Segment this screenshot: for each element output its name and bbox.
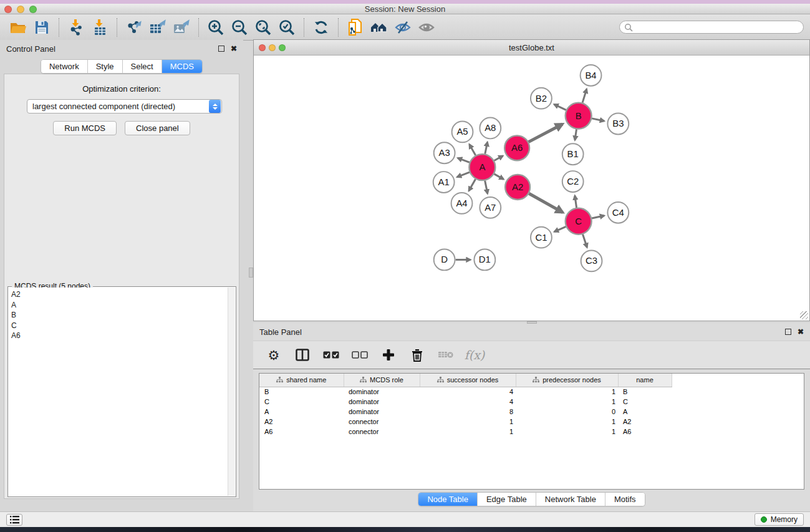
close-panel-icon[interactable]: ✖: [231, 46, 237, 52]
graph-edge-B-B1[interactable]: [575, 129, 577, 140]
result-item[interactable]: A: [11, 300, 228, 311]
column-header-successor-nodes[interactable]: successor nodes: [420, 374, 516, 387]
graph-edge-C-C2[interactable]: [575, 196, 577, 208]
graph-edge-A2-C[interactable]: [529, 193, 562, 212]
column-header-mcds-role[interactable]: MCDS role: [344, 374, 420, 387]
network-canvas[interactable]: AA6A2BCA5A8A3A1A4A7B4B2B3B1C2C4C1C3DD1: [254, 56, 809, 321]
network-graph[interactable]: AA6A2BCA5A8A3A1A4A7B4B2B3B1C2C4C1C3DD1: [254, 56, 809, 321]
toolbar-separator: [198, 18, 199, 37]
mcds-tab-content: Optimization criterion: largest connecte…: [4, 74, 239, 499]
import-table-button[interactable]: [88, 17, 112, 38]
graph-edge-C-C4[interactable]: [592, 216, 604, 218]
run-mcds-button[interactable]: Run MCDS: [53, 121, 117, 135]
export-network-button[interactable]: [122, 17, 146, 38]
create-column-button[interactable]: [378, 344, 399, 365]
hide-selected-button[interactable]: [391, 17, 415, 38]
graph-edge-C-C1[interactable]: [554, 226, 566, 231]
tab-network[interactable]: Network: [41, 60, 88, 73]
select-all-columns-button[interactable]: [321, 344, 342, 365]
open-session-button[interactable]: [6, 17, 30, 38]
delete-table-button[interactable]: [435, 344, 456, 365]
window-resize-grip[interactable]: [800, 311, 808, 319]
mcds-result-list[interactable]: A2ABCA6: [9, 288, 228, 496]
show-task-history-button[interactable]: [6, 514, 22, 526]
result-item[interactable]: C: [11, 321, 228, 331]
control-panel-title: Control Panel: [6, 44, 55, 54]
graph-edge-A-A1[interactable]: [457, 172, 470, 177]
zoom-selected-button[interactable]: [275, 17, 299, 38]
vertical-splitter-handle[interactable]: [249, 268, 253, 278]
tab-mcds[interactable]: MCDS: [162, 60, 202, 73]
optimization-criterion-select[interactable]: largest connected component (directed): [27, 99, 222, 114]
network-minimize-button[interactable]: [269, 44, 276, 51]
graph-edge-A6-B[interactable]: [529, 124, 562, 142]
graph-edge-B-B3[interactable]: [592, 118, 604, 121]
close-window-button[interactable]: [4, 6, 12, 13]
graph-edge-A-A6[interactable]: [494, 156, 503, 161]
result-item[interactable]: A2: [11, 289, 228, 300]
delete-columns-button[interactable]: [407, 344, 428, 365]
export-image-button[interactable]: [170, 17, 193, 38]
zoom-in-button[interactable]: [204, 17, 228, 38]
export-table-button[interactable]: [146, 17, 170, 38]
tab-style[interactable]: Style: [88, 60, 123, 73]
search-input[interactable]: [633, 22, 803, 32]
graph-edge-A-A8[interactable]: [485, 142, 488, 154]
zoom-fit-button[interactable]: [251, 17, 275, 38]
minimize-window-button[interactable]: [17, 6, 24, 13]
table-row[interactable]: A2connector11A2: [259, 417, 679, 427]
memory-button[interactable]: Memory: [755, 513, 804, 526]
delete-table-icon: [438, 351, 454, 359]
graph-node-label-A: A: [479, 162, 485, 172]
show-column-button[interactable]: [292, 344, 313, 365]
graph-edge-A-A5[interactable]: [470, 144, 476, 155]
result-item[interactable]: B: [11, 310, 228, 321]
tab-select[interactable]: Select: [123, 60, 162, 73]
tab-motifs[interactable]: Motifs: [605, 493, 645, 506]
graph-edge-A-A4[interactable]: [469, 179, 476, 191]
graph-node-label-C3: C3: [586, 255, 597, 266]
graph-edge-B-B4[interactable]: [582, 89, 587, 103]
result-item[interactable]: A6: [11, 331, 228, 341]
function-builder-button[interactable]: f(x): [464, 344, 485, 365]
table-row[interactable]: A6connector11A6: [259, 427, 679, 437]
network-zoom-button[interactable]: [279, 44, 286, 51]
column-header-predecessor-nodes[interactable]: predecessor nodes: [516, 374, 618, 387]
graph-edge-B-B2[interactable]: [554, 104, 566, 110]
import-network-button[interactable]: [64, 17, 88, 38]
apply-layout-button[interactable]: [309, 17, 333, 38]
graph-edge-C-C3[interactable]: [582, 235, 587, 248]
save-session-button[interactable]: [30, 17, 54, 38]
tab-node-table[interactable]: Node Table: [418, 493, 478, 506]
graph-edge-A-A7[interactable]: [485, 181, 488, 194]
network-close-button[interactable]: [259, 44, 266, 51]
result-scrollbar[interactable]: [228, 288, 235, 496]
float-panel-icon[interactable]: [218, 46, 224, 52]
graph-node-label-A4: A4: [456, 198, 467, 208]
column-header-shared-name[interactable]: shared name: [259, 374, 344, 387]
create-network-view-button[interactable]: [344, 17, 367, 38]
table-panel: Table Panel ✖ ⚙: [253, 323, 810, 511]
float-table-panel-icon[interactable]: [785, 329, 791, 335]
network-window-titlebar[interactable]: testGlobe.txt: [254, 40, 809, 56]
table-row[interactable]: Bdominator41B: [259, 387, 679, 397]
graph-edge-A-A2[interactable]: [494, 174, 503, 179]
unselect-all-columns-button[interactable]: [349, 344, 370, 365]
search-field[interactable]: [619, 21, 804, 34]
zoom-window-button[interactable]: [29, 6, 37, 13]
table-settings-button[interactable]: ⚙: [263, 344, 284, 365]
close-panel-button[interactable]: Close panel: [125, 121, 190, 135]
table-row[interactable]: Adominator80A: [259, 407, 679, 417]
tab-edge-table[interactable]: Edge Table: [478, 493, 536, 506]
table-row[interactable]: Cdominator41C: [259, 397, 679, 407]
first-neighbors-button[interactable]: [367, 17, 391, 38]
show-all-button[interactable]: [415, 17, 438, 38]
tab-network-table[interactable]: Network Table: [536, 493, 605, 506]
column-header-name[interactable]: name: [618, 374, 672, 387]
zoom-out-button[interactable]: [228, 17, 251, 38]
graph-edge-A-A3[interactable]: [458, 158, 470, 162]
horizontal-splitter-handle[interactable]: [527, 321, 537, 324]
close-table-panel-icon[interactable]: ✖: [798, 329, 804, 335]
refresh-icon: [313, 19, 329, 36]
table-toolbar: ⚙: [253, 341, 810, 369]
